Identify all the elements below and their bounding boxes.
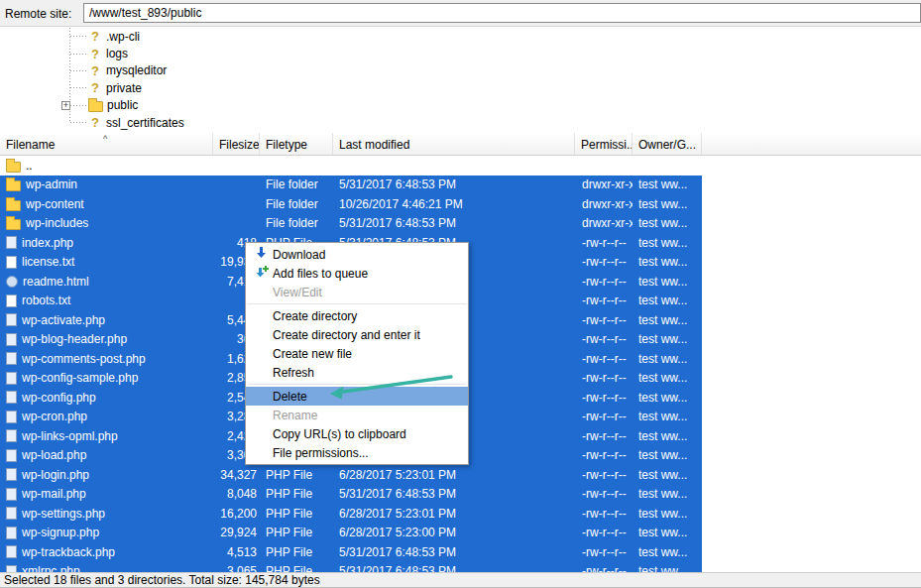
tree-connector-stub [70,36,88,37]
column-header-filetype[interactable]: Filetype [260,133,333,155]
tree-item-label: private [106,81,142,95]
owner-cell: test ww... [633,429,702,443]
menu-item-add-files-to-queue[interactable]: Add files to queue [246,264,468,283]
column-header-owner-g[interactable]: Owner/G... [633,133,702,155]
column-header-filesize[interactable]: Filesize [213,133,260,155]
tree-item-ssl-certificates[interactable]: ?ssl_certificates [0,114,921,131]
tree-connector-stub [70,122,88,123]
download-icon [250,246,273,263]
file-row-wp-signup-php[interactable]: wp-signup.php29,924PHP File6/28/2017 5:2… [0,524,702,543]
menu-item-label: Create directory [273,309,357,323]
folder-icon [88,101,103,112]
php-file-icon [6,527,17,539]
file-row-wp-settings-php[interactable]: wp-settings.php16,200PHP File6/28/2017 5… [0,504,702,524]
file-row-wp-login-php[interactable]: wp-login.php34,327PHP File6/28/2017 5:23… [0,465,702,485]
menu-item-file-permissions[interactable]: File permissions... [246,443,468,462]
size-cell: 34,327 [213,468,260,482]
file-row-xmlrpc-php[interactable]: xmlrpc.php3,065PHP File5/31/2017 6:48:53… [0,562,702,573]
filename-label: wp-trackback.php [22,545,115,559]
owner-cell: test ww... [633,332,702,346]
question-icon: ? [88,63,102,78]
column-header-filename[interactable]: Filename^ [0,133,213,155]
file-row-wp-trackback-php[interactable]: wp-trackback.php4,513PHP File5/31/2017 6… [0,542,702,562]
owner-cell: test ww... [633,177,702,191]
filename-cell: index.php [0,236,213,250]
owner-cell: test ww... [633,275,702,289]
menu-item-rename[interactable]: Rename [246,406,468,424]
filename-cell: wp-mail.php [0,487,213,501]
filename-cell: wp-blog-header.php [0,332,213,346]
menu-item-delete[interactable]: Delete [246,387,468,406]
add-to-queue-icon [250,265,273,282]
menu-item-download[interactable]: Download [246,245,468,264]
tree-item-mysqleditor[interactable]: ?mysqleditor [0,62,921,79]
modified-cell: 6/28/2017 5:23:01 PM [333,507,575,521]
file-row-wp-content[interactable]: wp-contentFile folder10/26/2017 4:46:21 … [0,194,702,214]
filename-cell: robots.txt [0,294,213,307]
filename-cell: wp-login.php [0,468,213,482]
owner-cell: test ww... [633,371,702,385]
tree-item-logs[interactable]: ?logs [0,45,921,61]
filename-label: readme.html [23,275,89,289]
menu-item-refresh[interactable]: Refresh [246,363,468,382]
php-file-icon [6,313,17,326]
column-header-permissi[interactable]: Permissi... [575,133,633,155]
perms-cell: -rw-r--r-- [575,332,633,346]
filename-label: robots.txt [22,294,70,307]
filename-cell: readme.html [0,275,213,289]
status-text: Selected 18 files and 3 directories. Tot… [4,573,320,587]
filename-cell: wp-links-opml.php [0,429,213,443]
owner-cell: test ww... [633,564,702,572]
tree-item-wp-cli[interactable]: ?.wp-cli [0,28,921,45]
owner-cell: test ww... [633,410,702,423]
column-header-last-modified[interactable]: Last modified [333,133,575,155]
tree-item-label: mysqleditor [106,63,167,77]
perms-cell: -rw-r--r-- [575,487,633,501]
type-cell: PHP File [260,507,333,521]
tree-item-public[interactable]: +public [0,97,921,114]
perms-cell: -rw-r--r-- [575,236,633,250]
menu-item-create-directory-and-enter-it[interactable]: Create directory and enter it [246,325,468,344]
filename-cell: wp-comments-post.php [0,352,213,366]
context-menu: DownloadAdd files to queueView/EditCreat… [245,242,469,465]
tree-item-private[interactable]: ?private [0,79,921,96]
remote-site-combobox[interactable]: /www/test_893/public [83,3,921,23]
menu-item-create-new-file[interactable]: Create new file [246,344,468,363]
perms-cell: -rw-r--r-- [575,313,633,327]
filename-cell: license.txt [0,255,213,269]
owner-cell: test ww... [633,255,702,269]
php-file-icon [6,449,17,462]
type-cell: PHP File [260,487,333,501]
owner-cell: test ww... [633,526,702,539]
filename-cell: wp-config.php [0,391,213,405]
filename-label: index.php [22,236,73,250]
php-file-icon [6,411,17,423]
type-cell: File folder [260,197,333,211]
folder-icon [6,162,21,173]
filezilla-remote-panel: Remote site: /www/test_893/public ?.wp-c… [0,0,921,588]
perms-cell: drwxr-xr-x [575,197,633,211]
menu-separator [248,384,466,385]
menu-item-copy-url-s-to-clipboard[interactable]: Copy URL(s) to clipboard [246,424,468,443]
filename-label: wp-settings.php [22,507,105,521]
file-row-wp-includes[interactable]: wp-includesFile folder5/31/2017 6:48:53 … [0,214,702,234]
menu-item-create-directory[interactable]: Create directory [246,306,468,325]
menu-item-view-edit[interactable]: View/Edit [246,283,468,301]
tree-connector-line [69,28,70,122]
owner-cell: test ww... [633,197,702,211]
menu-separator [248,303,466,304]
modified-cell: 5/31/2017 6:48:53 PM [333,177,575,191]
filename-label: wp-activate.php [22,313,105,327]
file-row-wp-admin[interactable]: wp-adminFile folder5/31/2017 6:48:53 PMd… [0,176,702,195]
file-row-wp-mail-php[interactable]: wp-mail.php8,048PHP File5/31/2017 6:48:5… [0,485,702,505]
filename-cell: wp-config-sample.php [0,371,213,385]
php-file-icon [6,333,17,346]
filename-label: wp-cron.php [22,410,87,423]
status-bar: Selected 18 files and 3 directories. Tot… [0,572,921,588]
filename-cell: xmlrpc.php [0,564,213,572]
tree-connector-stub [70,70,88,71]
tree-connector-stub [70,87,88,88]
tree-connector-stub [70,54,88,55]
menu-item-label: Download [273,248,325,262]
file-row-[interactable]: .. [0,156,702,176]
